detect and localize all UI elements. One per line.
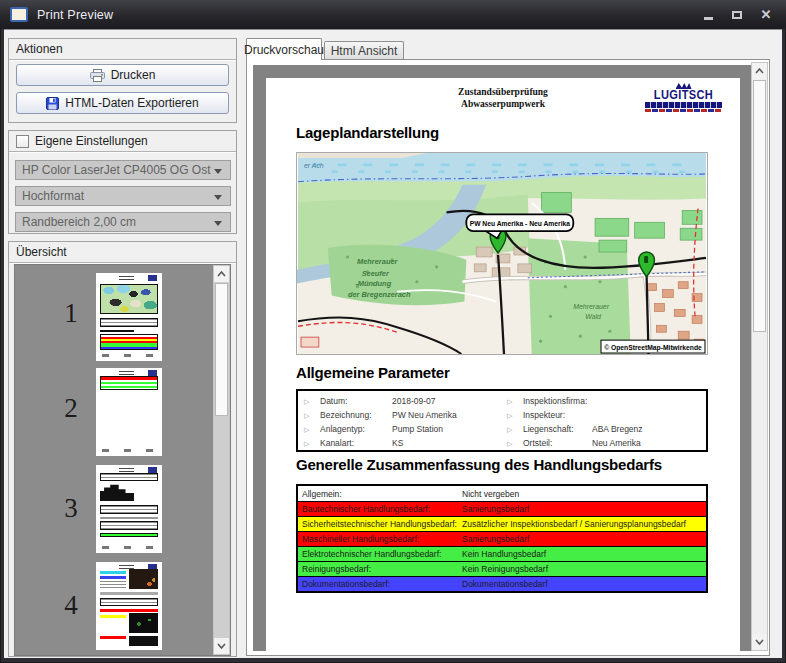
custom-settings-checkbox[interactable] [16,135,29,148]
logo-wordmark: LUGITSCH [648,89,719,101]
summary-row: Bautechnischer Handlungsbedarf:Sanierung… [298,501,706,516]
scroll-down-button[interactable] [752,634,767,650]
scroll-up-button[interactable] [752,63,767,79]
margin-select-value: Randbereich 2,00 cm [22,215,136,229]
close-button[interactable]: ✕ [756,6,776,24]
arrow-bullet-icon: ▷ [507,398,523,405]
overview-scrollbar[interactable] [213,265,230,655]
printer-select[interactable]: HP Color LaserJet CP4005 OG Ost [15,160,231,180]
scroll-up-button[interactable] [214,266,229,282]
openstreetmap-image: er Ach Mehrerauer Seeufer -Mündung der B… [297,153,707,354]
parameter-row: ▷ Anlagentyp:Pump Station ▷ Liegenschaft… [298,422,706,436]
tab-html-ansicht-label: Html Ansicht [331,44,398,58]
chevron-down-icon [755,639,764,645]
actions-groupbox: Aktionen Drucken HTML-Daten Exportieren [8,38,237,123]
window-body: Aktionen Drucken HTML-Daten Exportieren [4,29,782,658]
summary-row: Dokumentationsbedarf:Dokumentationsbedar… [298,576,706,591]
orientation-select-value: Hochformat [22,189,84,203]
page-thumbnail-1[interactable] [96,273,162,361]
preview-viewport: Zustandsüberprüfung Abwasserpumpwerk LUG… [253,65,751,651]
arrow-bullet-icon: ▷ [304,398,320,405]
page-thumbnail-2[interactable] [96,368,162,456]
map-attribution: © OpenStreetMap-Mitwirkende [601,340,705,353]
preview-tab-panel: Zustandsüberprüfung Abwasserpumpwerk LUG… [246,59,770,656]
orientation-select[interactable]: Hochformat [15,186,231,206]
preview-scrollbar[interactable] [751,62,768,651]
maximize-button[interactable] [727,6,747,24]
svg-text:der Bregenzerach: der Bregenzerach [348,290,411,299]
svg-text:© OpenStreetMap-Mitwirkende: © OpenStreetMap-Mitwirkende [604,344,702,352]
summary-row: Maschineller Handlungsbedarf:Sanierungsb… [298,531,706,546]
map-water-label: er Ach [304,162,324,169]
section-heading-parameters: Allgemeine Parameter [296,364,450,381]
section-heading-summary: Generelle Zusammenfassung des Handlungsb… [296,456,662,473]
chevron-down-icon [214,195,222,200]
arrow-bullet-icon: ▷ [507,440,523,447]
lugitsch-logo: LUGITSCH [645,83,722,117]
summary-row: Allgemein:Nicht vergeben [298,486,706,501]
close-icon: ✕ [761,8,772,21]
parameter-row: ▷ Kanalart:KS ▷ Ortsteil:Neu Amerika [298,436,706,450]
printer-select-value: HP Color LaserJet CP4005 OG Ost [22,163,211,177]
maximize-icon [732,11,742,19]
svg-text:Mehrerauer: Mehrerauer [357,257,398,266]
window-title: Print Preview [37,8,113,22]
arrow-bullet-icon: ▷ [304,440,320,447]
arrow-bullet-icon: ▷ [507,426,523,433]
site-map: er Ach Mehrerauer Seeufer -Mündung der B… [296,152,708,355]
page-number: 1 [53,298,89,329]
scrollbar-thumb[interactable] [215,283,228,416]
chevron-down-icon [217,643,226,649]
page-number: 2 [53,393,89,424]
export-html-button[interactable]: HTML-Daten Exportieren [16,92,229,114]
margin-select[interactable]: Randbereich 2,00 cm [15,212,231,232]
section-heading-map: Lageplandarstellung [296,124,439,141]
settings-header: Eigene Einstellungen [9,131,236,152]
print-button[interactable]: Drucken [16,64,229,86]
svg-text:-Mündung: -Mündung [355,279,391,288]
summary-row: Sicherheitstechnischer Handlungsbedarf:Z… [298,516,706,531]
logo-stripe [645,109,722,112]
export-button-label: HTML-Daten Exportieren [65,96,198,110]
custom-settings-label: Eigene Einstellungen [35,134,148,148]
tab-html-ansicht[interactable]: Html Ansicht [324,41,404,60]
page-thumbnail-3[interactable] [96,465,162,553]
arrow-bullet-icon: ▷ [304,426,320,433]
minimize-icon [704,17,713,20]
chevron-down-icon [214,169,222,174]
scrollbar-thumb[interactable] [753,80,766,332]
parameter-row: ▷ Datum:2018-09-07 ▷ Inspektionsfirma: [298,394,706,408]
summary-row: Elektrotechnischer Handlungsbedarf:Kein … [298,546,706,561]
scroll-down-button[interactable] [214,638,229,654]
overview-groupbox: Übersicht 1 2 3 [8,241,237,657]
titlebar: Print Preview ✕ [0,0,786,29]
summary-row: Reinigungsbedarf:Kein Reinigungsbedarf [298,561,706,576]
tab-druckvorschau[interactable]: Druckvorschau [246,38,322,60]
parameter-row: ▷ Bezeichnung:PW Neu Amerika ▷ Inspekteu… [298,408,706,422]
thumbnail-viewport: 1 2 3 [14,264,231,656]
page-number: 4 [53,590,89,621]
arrow-bullet-icon: ▷ [304,412,320,419]
settings-groupbox: Eigene Einstellungen HP Color LaserJet C… [8,130,237,234]
page-number: 3 [53,493,89,524]
summary-table: Allgemein:Nicht vergeben Bautechnischer … [296,484,708,593]
svg-text:Mehrerauer: Mehrerauer [573,303,609,310]
svg-text:Seeufer: Seeufer [362,269,390,278]
minimize-button[interactable] [698,6,718,24]
map-callout-label: PW Neu Amerika - Neu Amerika [470,220,571,227]
print-button-label: Drucken [111,68,156,82]
save-icon [46,97,59,110]
printer-icon [90,69,105,82]
document-page: Zustandsüberprüfung Abwasserpumpwerk LUG… [266,78,740,651]
chevron-down-icon [214,221,222,226]
chevron-up-icon [755,68,764,74]
parameters-table: ▷ Datum:2018-09-07 ▷ Inspektionsfirma: ▷… [296,389,708,452]
app-icon [10,7,28,22]
actions-header: Aktionen [9,39,236,60]
print-preview-window: Print Preview ✕ Aktionen Drucken [0,0,786,663]
svg-text:Wald: Wald [585,313,602,320]
tab-druckvorschau-label: Druckvorschau [244,43,324,57]
page-thumbnail-4[interactable] [96,562,162,650]
arrow-bullet-icon: ▷ [507,412,523,419]
overview-header: Übersicht [9,242,236,263]
